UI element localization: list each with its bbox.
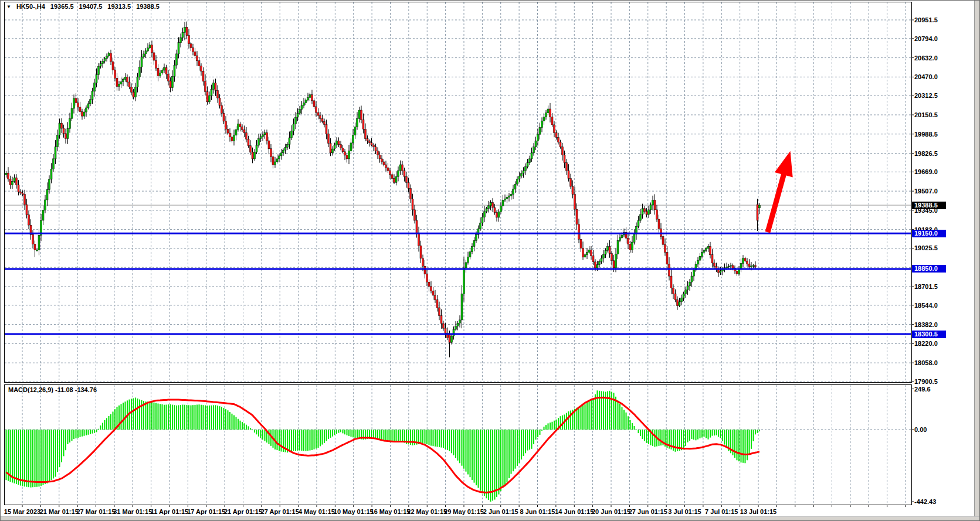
time-axis-label: 22 May 01:15	[407, 508, 447, 515]
time-axis-label: 10 May 01:15	[334, 508, 374, 515]
price-axis-label: 19507.0	[914, 188, 938, 195]
quote-low: 19313.5	[107, 3, 131, 10]
time-axis-label: 27 Mar 01:15	[76, 508, 115, 515]
trend-arrow	[768, 151, 793, 233]
price-axis-label: 19988.5	[914, 131, 938, 138]
price-axis-label: 20632.0	[914, 55, 938, 62]
time-axis-label: 4 May 01:15	[299, 508, 335, 515]
level-price-tag: 18300.5	[912, 331, 946, 338]
time-axis-label: 15 Mar 2023	[4, 508, 40, 515]
price-axis-label: 18382.0	[914, 321, 938, 328]
macd-scale-label: -442.43	[914, 498, 936, 505]
time-axis-label: 27 Apr 01:15	[261, 508, 299, 515]
price-axis-label: 20470.0	[914, 73, 938, 80]
price-axis-label: 18058.0	[914, 359, 938, 366]
price-axis-label: 20794.0	[914, 35, 938, 42]
time-axis-label: 20 Jun 01:15	[592, 508, 630, 515]
window-edge-right	[974, 1, 979, 520]
time-axis-label: 17 Apr 01:15	[187, 508, 225, 515]
price-axis-label: 18701.5	[914, 283, 938, 290]
time-axis-label: 8 Jun 01:15	[520, 508, 555, 515]
price-axis-label: 18544.0	[914, 302, 938, 309]
time-axis-label: 21 Apr 01:15	[224, 508, 262, 515]
quote-high: 19407.5	[79, 3, 103, 10]
quote-bar: ▼ HK50-,H4 19365.5 19407.5 19313.5 19388…	[6, 2, 160, 11]
time-axis-label: 29 May 01:15	[444, 508, 484, 515]
price-axis-label: 19025.5	[914, 244, 938, 251]
window-edge-bottom	[1, 516, 979, 520]
macd-scale-label: 249.6	[914, 386, 931, 393]
price-axis-label: 20150.5	[914, 111, 938, 118]
price-axis-label: 18220.0	[914, 340, 938, 347]
chevron-down-icon[interactable]: ▼	[6, 4, 11, 9]
trading-chart-window: ▼ HK50-,H4 19365.5 19407.5 19313.5 19388…	[0, 0, 980, 521]
quote-open: 19365.5	[50, 3, 74, 10]
time-axis-label: 14 Jun 01:15	[555, 508, 594, 515]
macd-histogram	[6, 390, 761, 502]
time-axis-label: 2 Jun 01:15	[483, 508, 518, 515]
price-axis-label: 20312.5	[914, 92, 938, 99]
time-axis-label: 21 Mar 01:15	[40, 508, 79, 515]
price-axis-label: 20951.5	[914, 16, 938, 23]
candlesticks	[5, 22, 761, 357]
time-axis-label: 13 Jul 01:15	[740, 508, 776, 515]
price-axis-label: 19669.0	[914, 168, 938, 175]
time-axis-label: 27 Jun 01:15	[629, 508, 667, 515]
symbol-label: HK50-,H4	[16, 3, 45, 10]
level-price-tag: 19150.0	[912, 230, 946, 237]
macd-scale-label: 0.00	[914, 426, 927, 433]
level-price-tag: 18850.0	[912, 265, 946, 273]
time-axis-label: 3 Jul 01:15	[668, 508, 701, 515]
time-axis-label: 31 Mar 01:15	[113, 508, 152, 515]
macd-indicator-label: MACD(12,26,9) -11.08 -134.76	[8, 386, 97, 393]
time-axis-label: 11 Apr 01:15	[151, 508, 188, 515]
chart-canvas[interactable]	[1, 1, 980, 521]
current-price-tag: 19388.5	[912, 202, 946, 209]
time-axis-label: 16 May 01:15	[371, 508, 411, 515]
quote-close: 19388.5	[136, 3, 160, 10]
price-axis-label: 19826.5	[914, 150, 938, 157]
time-axis-label: 7 Jul 01:15	[705, 508, 738, 515]
price-axis-label: 17900.5	[914, 378, 938, 385]
